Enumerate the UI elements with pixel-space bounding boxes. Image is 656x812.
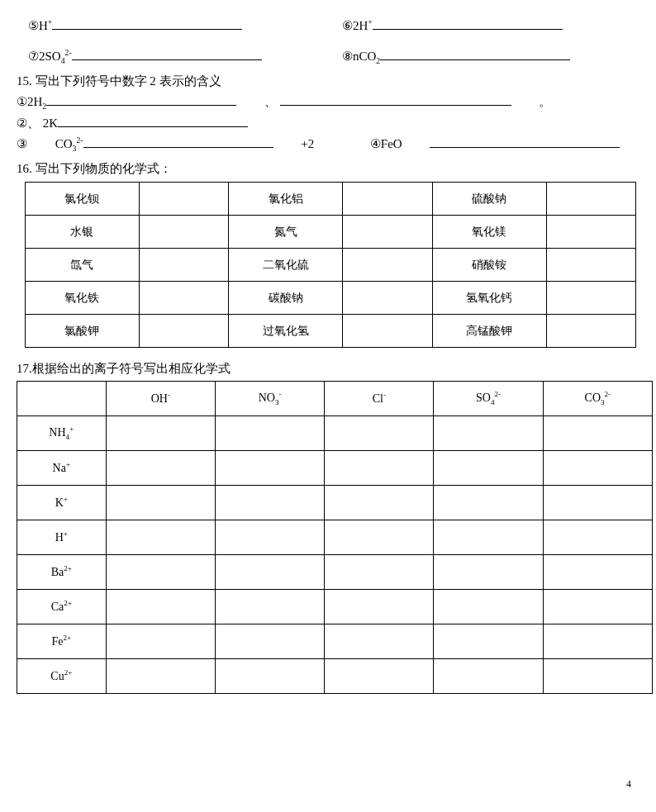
formula-cell[interactable] [106,590,215,624]
q15-blank1a[interactable] [46,93,236,106]
num5: ⑤ [28,18,39,33]
formula-cell[interactable] [543,590,652,624]
formula-cell[interactable] [543,520,652,555]
q15-line1: ①2H2 、 。 [17,93,639,113]
formula-cell[interactable] [215,486,324,520]
chem-name-cell: 氮气 [229,215,343,248]
anion-header: OH- [106,382,215,416]
formula-cell[interactable] [434,451,543,486]
formula-cell[interactable] [106,659,215,694]
chem-formula-cell[interactable] [546,248,635,281]
table-row: NH4+ [17,416,653,451]
q17-table: OH-NO3-Cl-SO42-CO32-NH4+Na+K+H+Ba2+Ca2+F… [17,381,653,694]
formula-cell[interactable] [325,590,434,624]
chem-name-cell: 氯化铝 [229,182,343,215]
anion-header: SO42- [434,382,543,416]
formula-cell[interactable] [106,555,215,590]
formula-cell[interactable] [106,520,215,555]
formula-cell[interactable] [543,555,652,590]
chem-formula-cell[interactable] [343,182,432,215]
formula-cell[interactable] [543,624,652,659]
q15-blank4[interactable] [430,135,620,148]
chem-formula-cell[interactable] [343,215,432,248]
chem-name-cell: 高锰酸钾 [432,314,546,347]
formula-cell[interactable] [106,451,215,486]
anion-header: Cl- [325,382,434,416]
formula-cell[interactable] [434,520,543,555]
formula-cell[interactable] [215,451,324,486]
table-row: Ca2+ [17,590,653,624]
cation-header: Fe2+ [17,624,107,659]
chem-formula-cell[interactable] [139,248,228,281]
formula-cell[interactable] [325,486,434,520]
q15-line3: ③ CO32- +2 ④FeO [17,135,639,155]
formula-cell[interactable] [325,416,434,451]
q15-blank2[interactable] [58,115,248,127]
formula-cell[interactable] [434,659,543,694]
formula-cell[interactable] [106,624,215,659]
formula-cell[interactable] [215,659,324,694]
formula-cell[interactable] [325,451,434,486]
formula-cell[interactable] [434,486,543,520]
table-row: K+ [17,486,653,520]
q16-title: 16. 写出下列物质的化学式： [17,159,639,178]
formula-cell[interactable] [106,416,215,451]
chem-formula-cell[interactable] [546,215,635,248]
blank8[interactable] [380,48,570,60]
chem-formula-cell[interactable] [343,281,432,314]
formula-cell[interactable] [215,590,324,624]
formula-cell[interactable] [434,590,543,624]
q15-title: 15. 写出下列符号中数字 2 表示的含义 [17,72,639,91]
chem-formula-cell[interactable] [343,314,432,347]
chem-formula-cell[interactable] [139,281,228,314]
q15-f3: CO32- [55,137,83,150]
q15-f2: 2K [43,116,58,130]
chem-formula-cell[interactable] [546,182,635,215]
table-header-row: OH-NO3-Cl-SO42-CO32- [17,382,653,416]
chem-formula-cell[interactable] [139,182,228,215]
formula-cell[interactable] [434,416,543,451]
formula-cell[interactable] [106,486,215,520]
formula-cell[interactable] [543,451,652,486]
cation-header: Cu2+ [17,659,107,694]
formula-cell[interactable] [325,624,434,659]
f8: nCO2 [353,50,380,63]
formula-cell[interactable] [325,555,434,590]
f7: 2SO42- [39,50,72,63]
q15-num2: ② [17,116,27,131]
formula-cell[interactable] [325,659,434,694]
chem-formula-cell[interactable] [139,215,228,248]
f5: H+ [39,19,52,32]
formula-cell[interactable] [215,555,324,590]
q14-item5: ⑤H+ [28,17,326,36]
formula-cell[interactable] [543,486,652,520]
table-row: 氧化铁碳酸钠氢氧化钙 [26,281,636,314]
q15-blank1b[interactable] [280,93,511,106]
chem-formula-cell[interactable] [139,314,228,347]
cation-header: NH4+ [17,416,107,451]
blank7[interactable] [72,48,262,60]
q15-f4: FeO [381,137,402,150]
q15-num1: ① [17,94,27,109]
chem-formula-cell[interactable] [343,248,432,281]
formula-cell[interactable] [543,416,652,451]
cation-header: K+ [17,486,107,520]
formula-cell[interactable] [215,416,324,451]
formula-cell[interactable] [325,520,434,555]
chem-formula-cell[interactable] [546,314,635,347]
formula-cell[interactable] [215,624,324,659]
q15-line2: ②、 2K [17,114,639,133]
chem-formula-cell[interactable] [546,281,635,314]
q15-blank3[interactable] [83,135,273,148]
formula-cell[interactable] [434,555,543,590]
formula-cell[interactable] [434,624,543,659]
formula-cell[interactable] [215,520,324,555]
q15-suffix3: +2 [301,137,314,150]
chem-name-cell: 氢氧化钙 [432,281,546,314]
blank5[interactable] [52,17,242,30]
table-row: 水银氮气氧化镁 [26,215,636,248]
formula-cell[interactable] [543,659,652,694]
blank6[interactable] [373,17,563,30]
anion-header: NO3- [215,382,324,416]
chem-name-cell: 氧化镁 [432,215,546,248]
